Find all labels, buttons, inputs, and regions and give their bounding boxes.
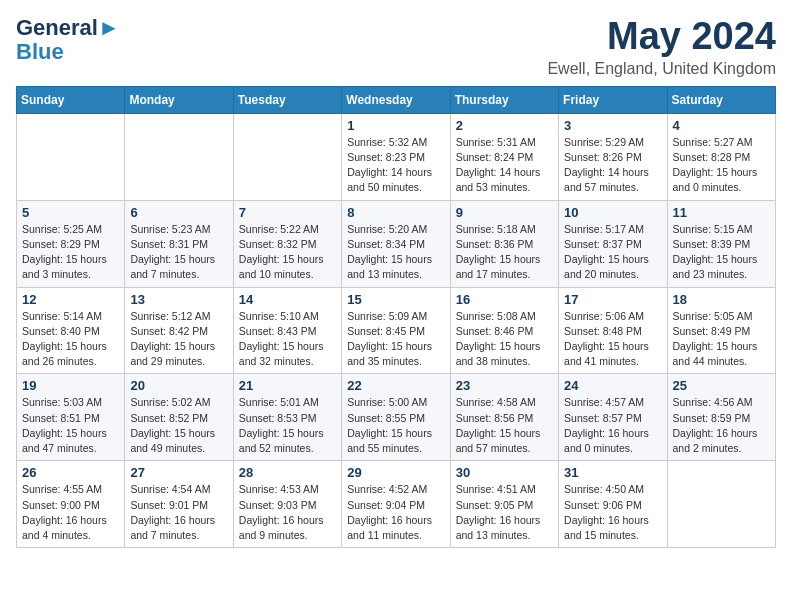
weekday-header-wednesday: Wednesday (342, 86, 450, 113)
week-row-3: 12Sunrise: 5:14 AMSunset: 8:40 PMDayligh… (17, 287, 776, 374)
calendar-cell: 26Sunrise: 4:55 AMSunset: 9:00 PMDayligh… (17, 461, 125, 548)
calendar-cell: 1Sunrise: 5:32 AMSunset: 8:23 PMDaylight… (342, 113, 450, 200)
calendar-cell: 9Sunrise: 5:18 AMSunset: 8:36 PMDaylight… (450, 200, 558, 287)
calendar-cell: 14Sunrise: 5:10 AMSunset: 8:43 PMDayligh… (233, 287, 341, 374)
day-info: Sunrise: 4:58 AMSunset: 8:56 PMDaylight:… (456, 395, 553, 456)
day-info: Sunrise: 5:12 AMSunset: 8:42 PMDaylight:… (130, 309, 227, 370)
day-number: 4 (673, 118, 770, 133)
weekday-header-thursday: Thursday (450, 86, 558, 113)
day-info: Sunrise: 5:31 AMSunset: 8:24 PMDaylight:… (456, 135, 553, 196)
day-info: Sunrise: 5:06 AMSunset: 8:48 PMDaylight:… (564, 309, 661, 370)
calendar-cell: 27Sunrise: 4:54 AMSunset: 9:01 PMDayligh… (125, 461, 233, 548)
calendar-cell: 8Sunrise: 5:20 AMSunset: 8:34 PMDaylight… (342, 200, 450, 287)
calendar-cell: 31Sunrise: 4:50 AMSunset: 9:06 PMDayligh… (559, 461, 667, 548)
day-number: 11 (673, 205, 770, 220)
day-number: 18 (673, 292, 770, 307)
day-number: 22 (347, 378, 444, 393)
day-info: Sunrise: 5:00 AMSunset: 8:55 PMDaylight:… (347, 395, 444, 456)
week-row-4: 19Sunrise: 5:03 AMSunset: 8:51 PMDayligh… (17, 374, 776, 461)
day-info: Sunrise: 5:08 AMSunset: 8:46 PMDaylight:… (456, 309, 553, 370)
day-info: Sunrise: 4:51 AMSunset: 9:05 PMDaylight:… (456, 482, 553, 543)
calendar-cell: 25Sunrise: 4:56 AMSunset: 8:59 PMDayligh… (667, 374, 775, 461)
weekday-header-friday: Friday (559, 86, 667, 113)
calendar-cell: 24Sunrise: 4:57 AMSunset: 8:57 PMDayligh… (559, 374, 667, 461)
day-info: Sunrise: 5:20 AMSunset: 8:34 PMDaylight:… (347, 222, 444, 283)
calendar-cell (125, 113, 233, 200)
week-row-1: 1Sunrise: 5:32 AMSunset: 8:23 PMDaylight… (17, 113, 776, 200)
calendar-cell: 12Sunrise: 5:14 AMSunset: 8:40 PMDayligh… (17, 287, 125, 374)
page-header: General► Blue May 2024 Ewell, England, U… (16, 16, 776, 78)
day-number: 21 (239, 378, 336, 393)
day-info: Sunrise: 5:29 AMSunset: 8:26 PMDaylight:… (564, 135, 661, 196)
calendar-cell: 30Sunrise: 4:51 AMSunset: 9:05 PMDayligh… (450, 461, 558, 548)
day-info: Sunrise: 5:02 AMSunset: 8:52 PMDaylight:… (130, 395, 227, 456)
day-number: 13 (130, 292, 227, 307)
day-number: 24 (564, 378, 661, 393)
day-number: 15 (347, 292, 444, 307)
day-info: Sunrise: 4:57 AMSunset: 8:57 PMDaylight:… (564, 395, 661, 456)
calendar-cell (667, 461, 775, 548)
calendar-cell: 15Sunrise: 5:09 AMSunset: 8:45 PMDayligh… (342, 287, 450, 374)
weekday-header-saturday: Saturday (667, 86, 775, 113)
weekday-header-sunday: Sunday (17, 86, 125, 113)
day-number: 19 (22, 378, 119, 393)
day-number: 16 (456, 292, 553, 307)
day-number: 8 (347, 205, 444, 220)
day-info: Sunrise: 5:25 AMSunset: 8:29 PMDaylight:… (22, 222, 119, 283)
day-info: Sunrise: 4:55 AMSunset: 9:00 PMDaylight:… (22, 482, 119, 543)
day-info: Sunrise: 4:56 AMSunset: 8:59 PMDaylight:… (673, 395, 770, 456)
day-info: Sunrise: 5:03 AMSunset: 8:51 PMDaylight:… (22, 395, 119, 456)
day-info: Sunrise: 5:15 AMSunset: 8:39 PMDaylight:… (673, 222, 770, 283)
calendar-cell: 10Sunrise: 5:17 AMSunset: 8:37 PMDayligh… (559, 200, 667, 287)
calendar-cell: 5Sunrise: 5:25 AMSunset: 8:29 PMDaylight… (17, 200, 125, 287)
calendar-cell: 2Sunrise: 5:31 AMSunset: 8:24 PMDaylight… (450, 113, 558, 200)
day-info: Sunrise: 5:27 AMSunset: 8:28 PMDaylight:… (673, 135, 770, 196)
day-number: 26 (22, 465, 119, 480)
day-info: Sunrise: 4:50 AMSunset: 9:06 PMDaylight:… (564, 482, 661, 543)
logo-arrow-icon: ► (98, 15, 120, 40)
day-info: Sunrise: 5:10 AMSunset: 8:43 PMDaylight:… (239, 309, 336, 370)
calendar-cell: 18Sunrise: 5:05 AMSunset: 8:49 PMDayligh… (667, 287, 775, 374)
day-info: Sunrise: 4:53 AMSunset: 9:03 PMDaylight:… (239, 482, 336, 543)
calendar-cell (17, 113, 125, 200)
calendar-cell: 20Sunrise: 5:02 AMSunset: 8:52 PMDayligh… (125, 374, 233, 461)
day-info: Sunrise: 5:18 AMSunset: 8:36 PMDaylight:… (456, 222, 553, 283)
day-number: 3 (564, 118, 661, 133)
day-info: Sunrise: 5:17 AMSunset: 8:37 PMDaylight:… (564, 222, 661, 283)
weekday-header-monday: Monday (125, 86, 233, 113)
day-number: 17 (564, 292, 661, 307)
day-number: 2 (456, 118, 553, 133)
calendar-cell: 4Sunrise: 5:27 AMSunset: 8:28 PMDaylight… (667, 113, 775, 200)
day-number: 1 (347, 118, 444, 133)
day-number: 10 (564, 205, 661, 220)
calendar-cell: 16Sunrise: 5:08 AMSunset: 8:46 PMDayligh… (450, 287, 558, 374)
day-number: 29 (347, 465, 444, 480)
calendar-cell (233, 113, 341, 200)
calendar-cell: 23Sunrise: 4:58 AMSunset: 8:56 PMDayligh… (450, 374, 558, 461)
week-row-2: 5Sunrise: 5:25 AMSunset: 8:29 PMDaylight… (17, 200, 776, 287)
day-info: Sunrise: 5:05 AMSunset: 8:49 PMDaylight:… (673, 309, 770, 370)
calendar-cell: 13Sunrise: 5:12 AMSunset: 8:42 PMDayligh… (125, 287, 233, 374)
calendar-cell: 6Sunrise: 5:23 AMSunset: 8:31 PMDaylight… (125, 200, 233, 287)
day-info: Sunrise: 5:22 AMSunset: 8:32 PMDaylight:… (239, 222, 336, 283)
day-number: 31 (564, 465, 661, 480)
weekday-header-row: SundayMondayTuesdayWednesdayThursdayFrid… (17, 86, 776, 113)
calendar-cell: 29Sunrise: 4:52 AMSunset: 9:04 PMDayligh… (342, 461, 450, 548)
day-number: 7 (239, 205, 336, 220)
weekday-header-tuesday: Tuesday (233, 86, 341, 113)
day-number: 12 (22, 292, 119, 307)
day-info: Sunrise: 5:01 AMSunset: 8:53 PMDaylight:… (239, 395, 336, 456)
logo: General► Blue (16, 16, 120, 64)
calendar-cell: 28Sunrise: 4:53 AMSunset: 9:03 PMDayligh… (233, 461, 341, 548)
day-number: 23 (456, 378, 553, 393)
day-info: Sunrise: 5:14 AMSunset: 8:40 PMDaylight:… (22, 309, 119, 370)
day-number: 20 (130, 378, 227, 393)
calendar-cell: 19Sunrise: 5:03 AMSunset: 8:51 PMDayligh… (17, 374, 125, 461)
location-subtitle: Ewell, England, United Kingdom (547, 60, 776, 78)
day-info: Sunrise: 5:09 AMSunset: 8:45 PMDaylight:… (347, 309, 444, 370)
day-info: Sunrise: 5:23 AMSunset: 8:31 PMDaylight:… (130, 222, 227, 283)
month-year-title: May 2024 (547, 16, 776, 58)
title-section: May 2024 Ewell, England, United Kingdom (547, 16, 776, 78)
day-number: 25 (673, 378, 770, 393)
day-number: 6 (130, 205, 227, 220)
